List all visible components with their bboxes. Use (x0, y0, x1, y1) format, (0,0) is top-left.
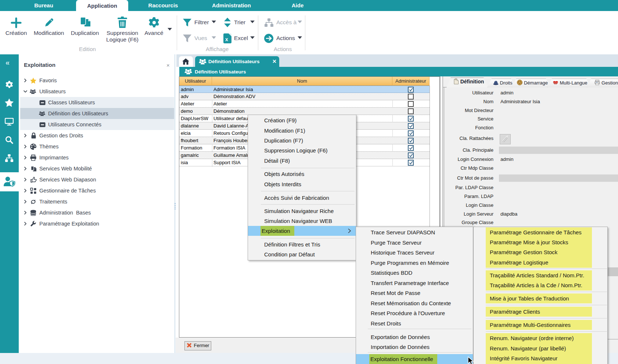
svg-text:x: x (225, 36, 228, 42)
